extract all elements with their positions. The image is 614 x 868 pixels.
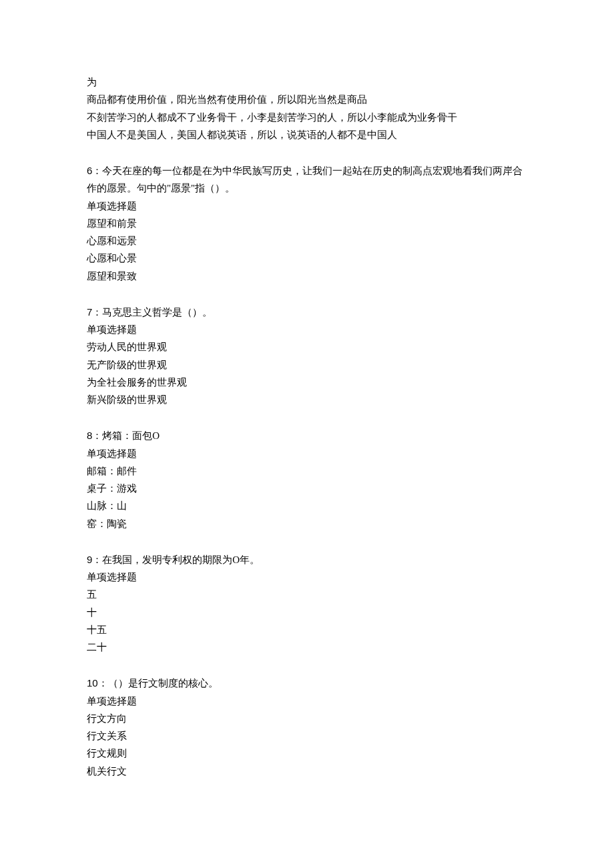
question-type: 单项选择题: [87, 197, 527, 215]
choice: 行文关系: [87, 727, 527, 745]
question-10: 10：（）是行文制度的核心。 单项选择题 行文方向 行文关系 行文规则 机关行文: [87, 675, 527, 780]
choice: 山脉：山: [87, 497, 527, 514]
question-body: （）是行文制度的核心。: [108, 678, 218, 689]
question-type: 单项选择题: [87, 445, 527, 462]
question-number: 8：: [87, 430, 102, 441]
intro-line: 为: [87, 73, 527, 91]
choice: 愿望和景致: [87, 268, 527, 285]
question-number: 7：: [87, 306, 102, 318]
question-body: 马克思主义哲学是（）。: [102, 307, 212, 318]
question-7: 7：马克思主义哲学是（）。 单项选择题 劳动人民的世界观 无产阶级的世界观 为全…: [87, 304, 527, 409]
question-body: 今天在座的每一位都是在为中华民族写历史，让我们一起站在历史的制高点宏观地看我们两…: [87, 165, 523, 193]
question-body: 烤箱：面包O: [102, 430, 160, 441]
question-number: 9：: [87, 554, 102, 565]
question-text: 9：在我国，发明专利权的期限为O年。: [87, 551, 527, 568]
question-text: 7：马克思主义哲学是（）。: [87, 304, 527, 321]
choice: 劳动人民的世界观: [87, 338, 527, 356]
question-text: 6：今天在座的每一位都是在为中华民族写历史，让我们一起站在历史的制高点宏观地看我…: [87, 162, 527, 197]
intro-line: 商品都有使用价值，阳光当然有使用价值，所以阳光当然是商品: [87, 91, 527, 108]
choice: 桌子：游戏: [87, 480, 527, 497]
choice: 无产阶级的世界观: [87, 356, 527, 374]
choice: 邮箱：邮件: [87, 462, 527, 480]
choice: 心愿和远景: [87, 232, 527, 250]
question-type: 单项选择题: [87, 321, 527, 338]
choice: 为全社会服务的世界观: [87, 374, 527, 391]
question-number: 6：: [87, 165, 102, 176]
document-page: 为 商品都有使用价值，阳光当然有使用价值，所以阳光当然是商品 不刻苦学习的人都成…: [0, 0, 614, 839]
choice: 愿望和前景: [87, 215, 527, 232]
choice: 五: [87, 586, 527, 603]
question-9: 9：在我国，发明专利权的期限为O年。 单项选择题 五 十 十五 二十: [87, 551, 527, 657]
choice: 新兴阶级的世界观: [87, 391, 527, 408]
question-type: 单项选择题: [87, 568, 527, 586]
choice: 二十: [87, 638, 527, 656]
question-8: 8：烤箱：面包O 单项选择题 邮箱：邮件 桌子：游戏 山脉：山 窑：陶瓷: [87, 427, 527, 532]
choice: 机关行文: [87, 763, 527, 780]
choice: 十五: [87, 621, 527, 638]
question-text: 10：（）是行文制度的核心。: [87, 675, 527, 692]
question-text: 8：烤箱：面包O: [87, 427, 527, 444]
intro-line: 中国人不是美国人，美国人都说英语，所以，说英语的人都不是中国人: [87, 126, 527, 143]
intro-fragment: 为 商品都有使用价值，阳光当然有使用价值，所以阳光当然是商品 不刻苦学习的人都成…: [87, 73, 527, 143]
choice: 心愿和心景: [87, 250, 527, 267]
choice: 窑：陶瓷: [87, 515, 527, 532]
choice: 行文规则: [87, 745, 527, 762]
question-body: 在我国，发明专利权的期限为O年。: [102, 554, 260, 565]
intro-line: 不刻苦学习的人都成不了业务骨干，小李是刻苦学习的人，所以小李能成为业务骨干: [87, 109, 527, 126]
question-type: 单项选择题: [87, 693, 527, 710]
choice: 行文方向: [87, 710, 527, 727]
choice: 十: [87, 604, 527, 621]
question-6: 6：今天在座的每一位都是在为中华民族写历史，让我们一起站在历史的制高点宏观地看我…: [87, 162, 527, 285]
question-number: 10：: [87, 677, 108, 689]
